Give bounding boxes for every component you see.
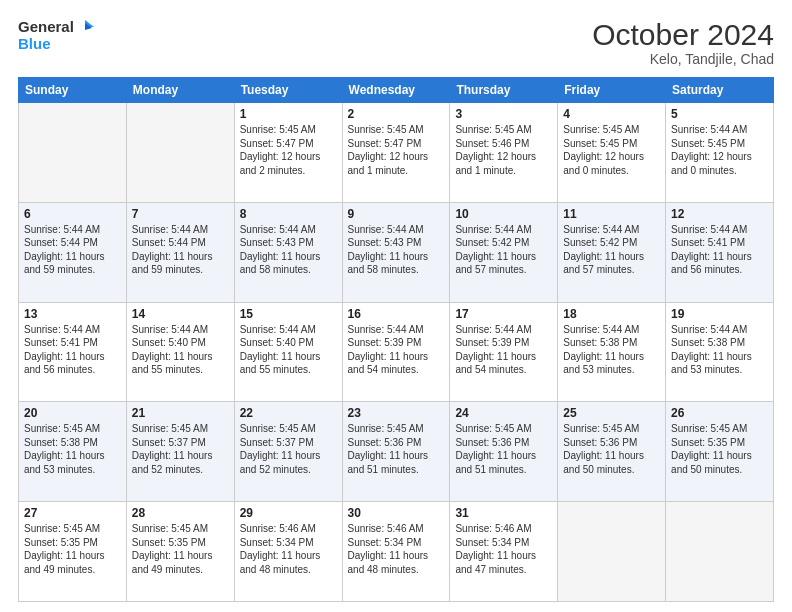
table-cell (19, 103, 127, 203)
table-cell: 17Sunrise: 5:44 AMSunset: 5:39 PMDayligh… (450, 302, 558, 402)
day-info: Sunrise: 5:44 AMSunset: 5:39 PMDaylight:… (455, 323, 552, 377)
day-number: 14 (132, 307, 229, 321)
day-info: Sunrise: 5:44 AMSunset: 5:44 PMDaylight:… (132, 223, 229, 277)
day-number: 3 (455, 107, 552, 121)
day-number: 10 (455, 207, 552, 221)
table-cell: 26Sunrise: 5:45 AMSunset: 5:35 PMDayligh… (666, 402, 774, 502)
table-cell (126, 103, 234, 203)
table-cell: 15Sunrise: 5:44 AMSunset: 5:40 PMDayligh… (234, 302, 342, 402)
col-tuesday: Tuesday (234, 78, 342, 103)
calendar-row: 20Sunrise: 5:45 AMSunset: 5:38 PMDayligh… (19, 402, 774, 502)
table-cell: 28Sunrise: 5:45 AMSunset: 5:35 PMDayligh… (126, 502, 234, 602)
day-number: 4 (563, 107, 660, 121)
day-info: Sunrise: 5:45 AMSunset: 5:46 PMDaylight:… (455, 123, 552, 177)
logo: General Blue (18, 18, 94, 53)
table-cell: 27Sunrise: 5:45 AMSunset: 5:35 PMDayligh… (19, 502, 127, 602)
day-info: Sunrise: 5:44 AMSunset: 5:45 PMDaylight:… (671, 123, 768, 177)
day-info: Sunrise: 5:44 AMSunset: 5:40 PMDaylight:… (132, 323, 229, 377)
table-cell: 19Sunrise: 5:44 AMSunset: 5:38 PMDayligh… (666, 302, 774, 402)
title-block: October 2024 Kelo, Tandjile, Chad (592, 18, 774, 67)
col-sunday: Sunday (19, 78, 127, 103)
table-cell: 20Sunrise: 5:45 AMSunset: 5:38 PMDayligh… (19, 402, 127, 502)
day-info: Sunrise: 5:45 AMSunset: 5:35 PMDaylight:… (671, 422, 768, 476)
day-number: 11 (563, 207, 660, 221)
table-cell: 4Sunrise: 5:45 AMSunset: 5:45 PMDaylight… (558, 103, 666, 203)
day-number: 31 (455, 506, 552, 520)
table-cell: 12Sunrise: 5:44 AMSunset: 5:41 PMDayligh… (666, 202, 774, 302)
day-info: Sunrise: 5:44 AMSunset: 5:44 PMDaylight:… (24, 223, 121, 277)
day-info: Sunrise: 5:44 AMSunset: 5:43 PMDaylight:… (240, 223, 337, 277)
logo-bird-icon (76, 18, 94, 36)
day-info: Sunrise: 5:45 AMSunset: 5:37 PMDaylight:… (132, 422, 229, 476)
col-monday: Monday (126, 78, 234, 103)
day-info: Sunrise: 5:44 AMSunset: 5:43 PMDaylight:… (348, 223, 445, 277)
table-cell: 13Sunrise: 5:44 AMSunset: 5:41 PMDayligh… (19, 302, 127, 402)
col-thursday: Thursday (450, 78, 558, 103)
day-info: Sunrise: 5:44 AMSunset: 5:38 PMDaylight:… (563, 323, 660, 377)
table-cell: 18Sunrise: 5:44 AMSunset: 5:38 PMDayligh… (558, 302, 666, 402)
day-number: 27 (24, 506, 121, 520)
day-info: Sunrise: 5:44 AMSunset: 5:41 PMDaylight:… (671, 223, 768, 277)
day-number: 29 (240, 506, 337, 520)
day-number: 16 (348, 307, 445, 321)
table-cell: 21Sunrise: 5:45 AMSunset: 5:37 PMDayligh… (126, 402, 234, 502)
table-cell: 25Sunrise: 5:45 AMSunset: 5:36 PMDayligh… (558, 402, 666, 502)
day-number: 9 (348, 207, 445, 221)
header: General Blue October 2024 Kelo, Tandjile… (18, 18, 774, 67)
table-cell: 14Sunrise: 5:44 AMSunset: 5:40 PMDayligh… (126, 302, 234, 402)
day-info: Sunrise: 5:46 AMSunset: 5:34 PMDaylight:… (348, 522, 445, 576)
table-cell: 22Sunrise: 5:45 AMSunset: 5:37 PMDayligh… (234, 402, 342, 502)
day-number: 6 (24, 207, 121, 221)
table-cell: 2Sunrise: 5:45 AMSunset: 5:47 PMDaylight… (342, 103, 450, 203)
day-info: Sunrise: 5:46 AMSunset: 5:34 PMDaylight:… (455, 522, 552, 576)
table-cell: 10Sunrise: 5:44 AMSunset: 5:42 PMDayligh… (450, 202, 558, 302)
day-info: Sunrise: 5:44 AMSunset: 5:40 PMDaylight:… (240, 323, 337, 377)
calendar-table: Sunday Monday Tuesday Wednesday Thursday… (18, 77, 774, 602)
day-number: 7 (132, 207, 229, 221)
day-number: 2 (348, 107, 445, 121)
day-info: Sunrise: 5:46 AMSunset: 5:34 PMDaylight:… (240, 522, 337, 576)
subtitle: Kelo, Tandjile, Chad (592, 51, 774, 67)
day-number: 25 (563, 406, 660, 420)
day-info: Sunrise: 5:44 AMSunset: 5:41 PMDaylight:… (24, 323, 121, 377)
day-number: 12 (671, 207, 768, 221)
day-info: Sunrise: 5:45 AMSunset: 5:36 PMDaylight:… (348, 422, 445, 476)
table-cell: 6Sunrise: 5:44 AMSunset: 5:44 PMDaylight… (19, 202, 127, 302)
day-number: 17 (455, 307, 552, 321)
calendar-row: 13Sunrise: 5:44 AMSunset: 5:41 PMDayligh… (19, 302, 774, 402)
table-cell: 23Sunrise: 5:45 AMSunset: 5:36 PMDayligh… (342, 402, 450, 502)
day-info: Sunrise: 5:44 AMSunset: 5:38 PMDaylight:… (671, 323, 768, 377)
table-cell: 24Sunrise: 5:45 AMSunset: 5:36 PMDayligh… (450, 402, 558, 502)
day-number: 21 (132, 406, 229, 420)
calendar-row: 6Sunrise: 5:44 AMSunset: 5:44 PMDaylight… (19, 202, 774, 302)
col-saturday: Saturday (666, 78, 774, 103)
calendar-row: 1Sunrise: 5:45 AMSunset: 5:47 PMDaylight… (19, 103, 774, 203)
col-wednesday: Wednesday (342, 78, 450, 103)
table-cell (558, 502, 666, 602)
day-info: Sunrise: 5:45 AMSunset: 5:47 PMDaylight:… (348, 123, 445, 177)
day-info: Sunrise: 5:45 AMSunset: 5:47 PMDaylight:… (240, 123, 337, 177)
table-cell: 9Sunrise: 5:44 AMSunset: 5:43 PMDaylight… (342, 202, 450, 302)
day-number: 22 (240, 406, 337, 420)
day-info: Sunrise: 5:45 AMSunset: 5:37 PMDaylight:… (240, 422, 337, 476)
col-friday: Friday (558, 78, 666, 103)
day-info: Sunrise: 5:44 AMSunset: 5:42 PMDaylight:… (563, 223, 660, 277)
day-info: Sunrise: 5:45 AMSunset: 5:36 PMDaylight:… (563, 422, 660, 476)
day-number: 1 (240, 107, 337, 121)
day-number: 20 (24, 406, 121, 420)
day-number: 28 (132, 506, 229, 520)
calendar-row: 27Sunrise: 5:45 AMSunset: 5:35 PMDayligh… (19, 502, 774, 602)
table-cell: 31Sunrise: 5:46 AMSunset: 5:34 PMDayligh… (450, 502, 558, 602)
day-info: Sunrise: 5:45 AMSunset: 5:35 PMDaylight:… (24, 522, 121, 576)
day-number: 24 (455, 406, 552, 420)
day-info: Sunrise: 5:45 AMSunset: 5:45 PMDaylight:… (563, 123, 660, 177)
table-cell (666, 502, 774, 602)
table-cell: 11Sunrise: 5:44 AMSunset: 5:42 PMDayligh… (558, 202, 666, 302)
day-info: Sunrise: 5:45 AMSunset: 5:38 PMDaylight:… (24, 422, 121, 476)
day-number: 8 (240, 207, 337, 221)
day-number: 18 (563, 307, 660, 321)
day-number: 19 (671, 307, 768, 321)
day-info: Sunrise: 5:44 AMSunset: 5:39 PMDaylight:… (348, 323, 445, 377)
day-number: 13 (24, 307, 121, 321)
table-cell: 3Sunrise: 5:45 AMSunset: 5:46 PMDaylight… (450, 103, 558, 203)
